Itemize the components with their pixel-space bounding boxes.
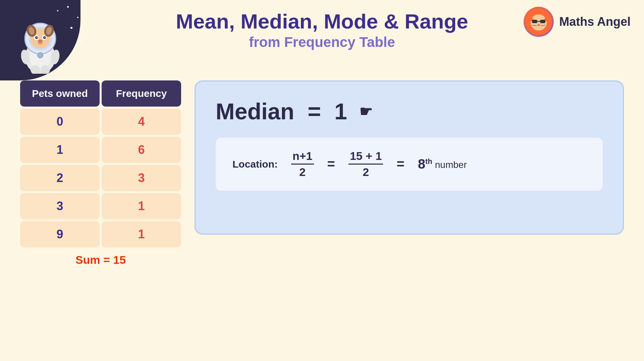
star-2 (77, 17, 78, 18)
freq-cell-4: 1 (102, 221, 181, 247)
title-part2: Range (405, 10, 468, 33)
table-row: 0 4 (20, 109, 181, 135)
col-freq-header: Frequency (102, 80, 181, 107)
svg-point-13 (37, 37, 38, 38)
fraction2-denominator: 2 (363, 165, 369, 178)
fraction2-numerator: 15 + 1 (348, 150, 383, 165)
location-label: Location: (232, 159, 278, 170)
eq-sign-1: = (327, 157, 335, 172)
table-row: 9 1 (20, 221, 181, 247)
title-amp: & (384, 10, 405, 33)
pets-cell-2: 2 (20, 165, 100, 191)
fraction1-denominator: 2 (299, 165, 306, 178)
svg-point-20 (38, 53, 43, 58)
frequency-table: Pets owned Frequency 0 4 1 6 2 3 3 1 9 1… (20, 80, 181, 268)
median-result: Median = 1 ☛ (216, 98, 603, 124)
result-sup: th (425, 157, 432, 166)
median-label: Median (216, 98, 294, 124)
star-1 (67, 6, 69, 8)
svg-point-15 (38, 40, 43, 43)
table-row: 2 3 (20, 165, 181, 191)
svg-rect-26 (540, 20, 545, 23)
fraction-2: 15 + 1 2 (348, 150, 383, 179)
pets-cell-1: 1 (20, 137, 100, 163)
freq-cell-2: 3 (102, 165, 181, 191)
pets-cell-3: 3 (20, 193, 100, 219)
page-subtitle: from Frequency Table (176, 34, 468, 50)
pets-cell-4: 9 (20, 221, 100, 247)
svg-rect-25 (532, 20, 537, 23)
median-value: 1 (334, 98, 347, 124)
svg-point-14 (45, 37, 46, 38)
sum-row: Sum = 15 (20, 252, 181, 268)
pets-cell-0: 0 (20, 109, 100, 135)
main-content: Pets owned Frequency 0 4 1 6 2 3 3 1 9 1… (20, 80, 624, 268)
page-header: Mean, Median, Mode & Range from Frequenc… (176, 10, 468, 50)
freq-cell-0: 4 (102, 109, 181, 135)
freq-cell-3: 1 (102, 193, 181, 219)
fraction1-numerator: n+1 (291, 150, 314, 165)
table-row: 3 1 (20, 193, 181, 219)
table-row: 1 6 (20, 137, 181, 163)
brand-logo: Maths Angel (524, 7, 631, 37)
result-number: 8 (418, 157, 425, 172)
svg-point-28 (537, 24, 540, 26)
median-equals: = (308, 98, 321, 124)
eq-sign-2: = (396, 157, 404, 172)
star-3 (70, 27, 72, 29)
table-header-row: Pets owned Frequency (20, 80, 181, 107)
title-part1: Mean, Median, Mode (176, 10, 378, 33)
result-word: number (435, 160, 467, 170)
mascot-character (10, 10, 70, 77)
fraction-1: n+1 2 (291, 150, 314, 179)
col-pets-header: Pets owned (20, 80, 100, 107)
result-text: 8th number (418, 157, 467, 172)
brand-avatar (524, 7, 554, 37)
cursor-icon: ☛ (359, 103, 372, 120)
median-panel: Median = 1 ☛ Location: n+1 2 = 15 + 1 2 … (195, 80, 624, 235)
location-box: Location: n+1 2 = 15 + 1 2 = 8th number (216, 138, 603, 191)
brand-name: Maths Angel (559, 15, 631, 29)
page-title: Mean, Median, Mode & Range (176, 10, 468, 33)
star-5 (80, 40, 82, 42)
freq-cell-1: 6 (102, 137, 181, 163)
